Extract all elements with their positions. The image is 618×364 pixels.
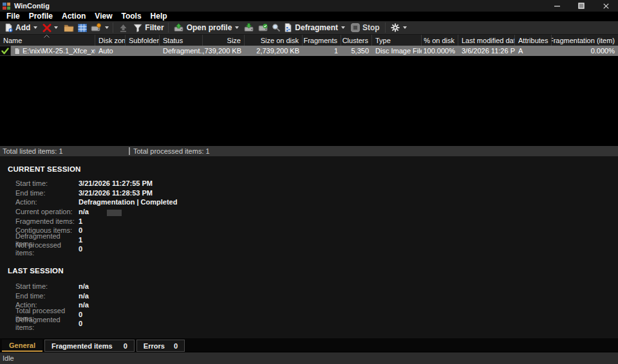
cell-status: Defragment... [160, 46, 203, 56]
title-bar: WinContig [0, 0, 618, 12]
remove-button[interactable] [42, 24, 58, 32]
app-icon [3, 3, 10, 10]
close-icon [603, 3, 609, 9]
column-header-subfolders[interactable]: Subfolders [126, 35, 160, 46]
column-header-fragments[interactable]: Fragments [303, 35, 341, 46]
menu-help[interactable]: Help [146, 12, 172, 21]
close-button[interactable] [594, 0, 618, 12]
session-row: Fragmented items:1 [15, 216, 618, 226]
minimize-button[interactable] [545, 0, 569, 12]
maximize-icon [578, 3, 585, 9]
menu-tools[interactable]: Tools [117, 12, 146, 21]
status-text: Idle [3, 354, 14, 362]
filter-funnel-icon [133, 24, 142, 32]
gear-icon [391, 23, 400, 32]
row-checkbox[interactable] [0, 46, 11, 56]
window-controls [545, 0, 618, 12]
cell-subfolders [126, 46, 160, 56]
defragment-file-icon [284, 23, 292, 32]
fragmented-items-count: 0 [124, 342, 127, 350]
column-header-status[interactable]: Status [160, 35, 203, 46]
add-dropdown-icon [33, 26, 37, 29]
checkmark-icon [1, 48, 9, 55]
profile-check-icon [258, 23, 268, 32]
cell-fragmentation: 0.000% [552, 46, 618, 56]
session-row: Defragmented items:0 [15, 319, 618, 329]
analyze-button[interactable] [272, 23, 281, 32]
column-header-name[interactable]: Name [0, 35, 95, 46]
cell-attributes: A [515, 46, 552, 56]
filter-label: Filter [145, 23, 164, 32]
toolbar: Add Filter [0, 21, 618, 35]
defragment-button[interactable]: Defragment [284, 23, 345, 32]
status-bar: Idle [0, 352, 618, 364]
profile-open-icon [174, 23, 184, 32]
cell-name: E:\nix\MX-25.1_Xfce_x64.iso [11, 46, 95, 56]
open-profile-dropdown-icon [235, 26, 239, 29]
grid-icon [78, 24, 87, 32]
stop-label: Stop [362, 23, 380, 32]
table-row[interactable]: E:\nix\MX-25.1_Xfce_x64.iso Auto Defragm… [0, 46, 618, 56]
column-header-attributes[interactable]: Attributes [515, 35, 552, 46]
folder-icon [64, 23, 74, 32]
cell-disk-zone: Auto [95, 46, 126, 56]
tab-errors[interactable]: Errors 0 [136, 340, 185, 352]
window-title: WinContig [14, 2, 50, 10]
magnifier-icon [272, 23, 281, 32]
filter-button[interactable]: Filter [133, 23, 164, 32]
bottom-tab-bar: General Fragmented items 0 Errors 0 [0, 338, 618, 352]
defragment-label: Defragment [295, 23, 338, 32]
file-icon [14, 48, 20, 55]
settings-button[interactable] [391, 23, 407, 32]
current-session-title: CURRENT SESSION [8, 165, 618, 173]
session-row: Contiguous items:0 [15, 226, 618, 235]
total-listed-items: Total listed items: 1 [0, 147, 129, 155]
open-profile-button[interactable]: Open profile [174, 23, 239, 32]
open-folder-button[interactable] [64, 23, 74, 32]
session-row: Not processed items:0 [15, 244, 618, 254]
session-row: Total processed items:0 [15, 310, 618, 320]
tab-fragmented-items[interactable]: Fragmented items 0 [44, 340, 135, 352]
menu-view[interactable]: View [90, 12, 117, 21]
column-header-last-modified[interactable]: Last modified date [458, 35, 515, 46]
settings-dropdown-icon [403, 26, 407, 29]
column-header-clusters[interactable]: Clusters [341, 35, 372, 46]
cluster-map-button[interactable] [78, 24, 87, 32]
session-row: Current operation:n/a [15, 207, 618, 217]
column-header-type[interactable]: Type [372, 35, 422, 46]
minimize-icon [554, 3, 560, 9]
session-row: End time:3/21/2026 11:28:53 PM [15, 188, 618, 198]
session-row: Start time:3/21/2026 11:27:55 PM [15, 179, 618, 188]
column-header-size-on-disk[interactable]: Size on disk [245, 35, 303, 46]
cell-pct-on-disk: 100.000% [422, 46, 458, 56]
menu-file[interactable]: File [2, 12, 24, 21]
save-profile-button[interactable] [244, 23, 254, 32]
session-row: Defragmented items:1 [15, 235, 618, 245]
column-header-pct-on-disk[interactable]: % on disk [422, 35, 458, 46]
sort-ascending-icon [44, 35, 50, 38]
cell-clusters: 5,350 [341, 46, 372, 56]
menu-profile[interactable]: Profile [24, 12, 57, 21]
add-button[interactable]: Add [4, 23, 37, 33]
file-list-empty-area[interactable] [0, 56, 618, 146]
current-session-rows: Start time:3/21/2026 11:27:55 PM End tim… [15, 179, 618, 254]
check-profile-button[interactable] [258, 23, 268, 32]
stop-button[interactable]: Stop [351, 23, 380, 32]
totals-strip: Total listed items: 1 Total processed it… [0, 146, 618, 156]
column-header-fragmentation[interactable]: Fragmentation (item) [552, 35, 618, 46]
drive-pin-icon [91, 23, 102, 32]
menu-action[interactable]: Action [57, 12, 90, 21]
toolbar-separator [385, 23, 386, 33]
column-header-disk-zone[interactable]: Disk zone [95, 35, 126, 46]
add-label: Add [15, 23, 30, 32]
file-list-header: Name Disk zone Subfolders Status Size Si… [0, 35, 618, 46]
cell-size: 2,739,200 KB [203, 46, 245, 56]
maximize-button[interactable] [569, 0, 594, 12]
move-up-button[interactable] [118, 24, 128, 32]
session-row: Action:Defragmentation | Completed [15, 197, 618, 207]
column-header-size[interactable]: Size [203, 35, 245, 46]
last-session-rows: Start time:n/a End time:n/a Action:n/a T… [15, 282, 618, 329]
disk-zone-button[interactable] [91, 23, 109, 32]
defragment-dropdown-icon [341, 26, 345, 29]
tab-general[interactable]: General [2, 340, 42, 352]
